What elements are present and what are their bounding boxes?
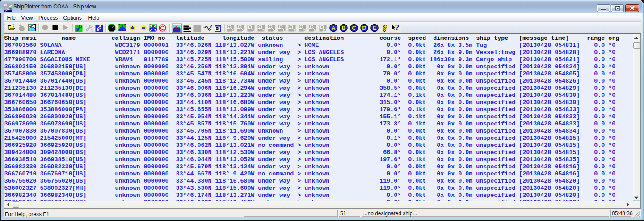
svg-text:?: ?: [395, 24, 400, 31]
svg-text:C: C: [352, 25, 356, 31]
svg-text:6: 6: [283, 28, 285, 33]
svg-text:A: A: [331, 25, 336, 31]
svg-text:8: 8: [303, 28, 306, 33]
svg-text:B: B: [341, 25, 345, 31]
svg-text:E: E: [373, 25, 377, 31]
svg-text:0: 0: [91, 29, 93, 33]
svg-text:1: 1: [232, 28, 234, 33]
svg-text:i: i: [86, 24, 87, 28]
svg-text:7: 7: [293, 28, 295, 33]
svg-text:9: 9: [314, 28, 316, 33]
svg-text:?: ?: [383, 23, 387, 33]
svg-text:3: 3: [252, 28, 254, 33]
svg-text:2: 2: [242, 28, 244, 33]
svg-text:4: 4: [262, 28, 265, 33]
svg-text:5: 5: [273, 28, 275, 33]
svg-text:10: 10: [322, 28, 327, 33]
svg-text:D: D: [362, 25, 366, 31]
